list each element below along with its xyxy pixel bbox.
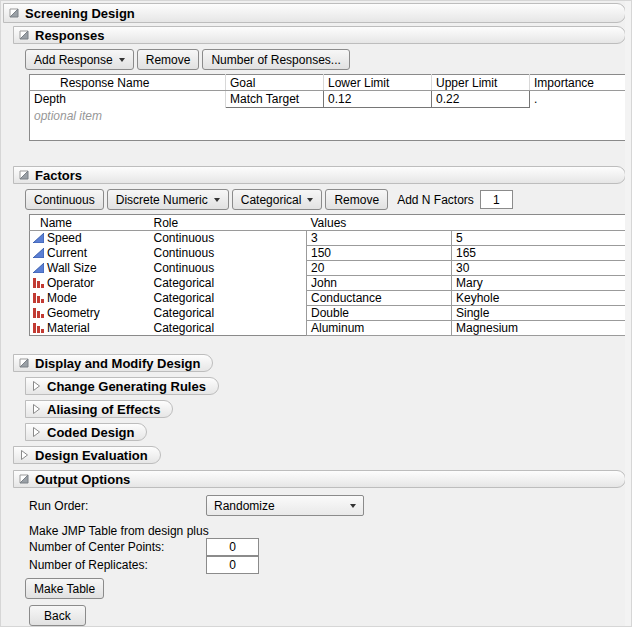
disclosure-closed-icon[interactable] xyxy=(31,427,41,437)
factor-role[interactable]: Categorical xyxy=(150,291,307,306)
disclosure-open-icon[interactable] xyxy=(19,358,29,368)
factor-name[interactable]: Operator xyxy=(47,276,94,290)
aliasing-of-effects-label: Aliasing of Effects xyxy=(47,402,160,417)
col-values: Values xyxy=(307,215,627,231)
run-order-value: Randomize xyxy=(214,499,275,513)
section-header-factors[interactable]: Factors xyxy=(13,166,626,184)
factor-name[interactable]: Geometry xyxy=(47,306,100,320)
response-row: Depth Match Target 0.12 0.22 . xyxy=(30,91,627,108)
factor-name[interactable]: Speed xyxy=(47,231,82,245)
make-table-label: Make Table xyxy=(34,582,95,596)
responses-toolbar: Add Response Remove Number of Responses.… xyxy=(25,49,631,70)
factor-value-cell[interactable]: 3 xyxy=(307,231,452,246)
factor-value-cell[interactable]: 20 xyxy=(307,261,452,276)
factor-value-cell[interactable]: 5 xyxy=(452,231,627,246)
section-header-coded-design[interactable]: Coded Design xyxy=(25,423,147,441)
section-header-screening-design[interactable]: Screening Design xyxy=(3,3,626,23)
design-evaluation-label: Design Evaluation xyxy=(35,448,148,463)
factor-role[interactable]: Categorical xyxy=(150,321,307,336)
factor-row: Mode Categorical Conductance Keyhole xyxy=(30,291,627,306)
make-jmp-table-label: Make JMP Table from design plus xyxy=(29,524,631,538)
factor-value-cell[interactable]: Mary xyxy=(452,276,627,291)
response-lower-limit-cell[interactable]: 0.12 xyxy=(324,91,432,108)
section-header-design-evaluation[interactable]: Design Evaluation xyxy=(13,446,161,464)
continuous-label: Continuous xyxy=(34,193,95,207)
display-modify-label: Display and Modify Design xyxy=(35,356,200,371)
responses-table-filler xyxy=(30,125,627,141)
coded-design-label: Coded Design xyxy=(47,425,134,440)
remove-factor-button[interactable]: Remove xyxy=(325,189,388,210)
factor-role[interactable]: Continuous xyxy=(150,261,307,276)
dropdown-arrow-icon xyxy=(119,58,125,62)
categorical-factor-icon xyxy=(33,278,44,288)
dropdown-arrow-icon xyxy=(214,198,220,202)
categorical-button[interactable]: Categorical xyxy=(232,189,323,210)
run-order-dropdown[interactable]: Randomize xyxy=(206,495,364,516)
dropdown-arrow-icon xyxy=(307,198,313,202)
add-response-button[interactable]: Add Response xyxy=(25,49,134,70)
factor-row: Material Categorical Aluminum Magnesium xyxy=(30,321,627,336)
factor-role[interactable]: Categorical xyxy=(150,276,307,291)
factor-value-cell[interactable]: 150 xyxy=(307,246,452,261)
categorical-label: Categorical xyxy=(241,193,302,207)
optional-item-label[interactable]: optional item xyxy=(30,108,226,125)
factors-table: Name Role Values Speed Continuous 3 5 Cu… xyxy=(29,214,627,336)
factor-name[interactable]: Wall Size xyxy=(47,261,97,275)
col-upper-limit: Upper Limit xyxy=(432,75,530,91)
section-header-change-generating-rules[interactable]: Change Generating Rules xyxy=(25,377,219,395)
factors-table-header: Name Role Values xyxy=(30,215,627,231)
number-of-responses-button[interactable]: Number of Responses... xyxy=(202,49,349,70)
factor-value-cell[interactable]: Aluminum xyxy=(307,321,452,336)
center-points-label: Number of Center Points: xyxy=(29,540,206,554)
categorical-factor-icon xyxy=(33,323,44,333)
discrete-numeric-button[interactable]: Discrete Numeric xyxy=(107,189,229,210)
disclosure-closed-icon[interactable] xyxy=(19,450,29,460)
disclosure-open-icon[interactable] xyxy=(19,30,29,40)
factor-role[interactable]: Categorical xyxy=(150,306,307,321)
discrete-numeric-label: Discrete Numeric xyxy=(116,193,208,207)
continuous-factor-icon xyxy=(33,263,44,273)
section-header-display-modify-design[interactable]: Display and Modify Design xyxy=(13,354,213,372)
disclosure-closed-icon[interactable] xyxy=(31,381,41,391)
disclosure-open-icon[interactable] xyxy=(19,474,29,484)
col-importance: Importance xyxy=(530,75,627,91)
factor-value-cell[interactable]: Keyhole xyxy=(452,291,627,306)
factor-name[interactable]: Material xyxy=(47,321,90,335)
add-n-factors-input[interactable] xyxy=(480,190,513,209)
response-goal-cell[interactable]: Match Target xyxy=(226,91,324,108)
factor-role[interactable]: Continuous xyxy=(150,231,307,246)
categorical-factor-icon xyxy=(33,293,44,303)
factor-name[interactable]: Current xyxy=(47,246,87,260)
response-upper-limit-cell[interactable]: 0.22 xyxy=(432,91,530,108)
factor-row: Current Continuous 150 165 xyxy=(30,246,627,261)
factor-value-cell[interactable]: Conductance xyxy=(307,291,452,306)
center-points-input[interactable] xyxy=(206,538,259,556)
disclosure-open-icon[interactable] xyxy=(9,8,19,18)
factor-value-cell[interactable]: 165 xyxy=(452,246,627,261)
factor-value-cell[interactable]: John xyxy=(307,276,452,291)
factor-value-cell[interactable]: 30 xyxy=(452,261,627,276)
response-name-cell[interactable]: Depth xyxy=(30,91,226,108)
back-button[interactable]: Back xyxy=(29,605,86,626)
factor-row: Speed Continuous 3 5 xyxy=(30,231,627,246)
col-name: Name xyxy=(30,215,150,231)
section-header-responses[interactable]: Responses xyxy=(13,26,626,44)
page-title: Screening Design xyxy=(25,6,135,21)
response-importance-cell[interactable]: . xyxy=(530,91,627,108)
make-table-button[interactable]: Make Table xyxy=(25,578,104,599)
remove-response-button[interactable]: Remove xyxy=(137,49,200,70)
continuous-button[interactable]: Continuous xyxy=(25,189,104,210)
factor-value-cell[interactable]: Single xyxy=(452,306,627,321)
factor-name[interactable]: Mode xyxy=(47,291,77,305)
replicates-input[interactable] xyxy=(206,556,259,574)
factor-role[interactable]: Continuous xyxy=(150,246,307,261)
factor-value-cell[interactable]: Double xyxy=(307,306,452,321)
factor-value-cell[interactable]: Magnesium xyxy=(452,321,627,336)
section-header-output-options[interactable]: Output Options xyxy=(13,470,626,488)
screening-design-panel: Screening Design Responses Add Response … xyxy=(0,0,632,627)
section-header-aliasing-of-effects[interactable]: Aliasing of Effects xyxy=(25,400,173,418)
disclosure-closed-icon[interactable] xyxy=(31,404,41,414)
number-of-responses-label: Number of Responses... xyxy=(211,53,340,67)
disclosure-open-icon[interactable] xyxy=(19,170,29,180)
center-points-row: Number of Center Points: xyxy=(29,538,631,556)
